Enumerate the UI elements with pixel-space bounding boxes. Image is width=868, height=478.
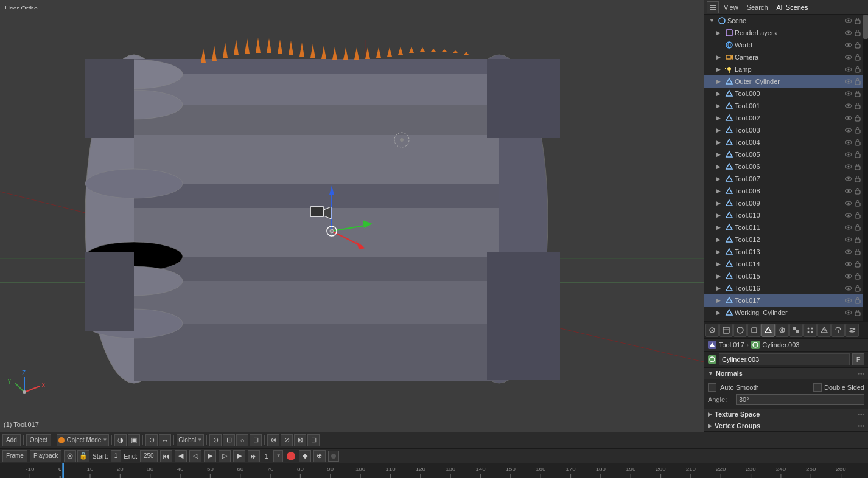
tree-restrict-btn-tool017[interactable] xyxy=(853,296,862,305)
tree-expand-tool002[interactable]: ▶ xyxy=(716,115,724,121)
solid-shade-btn[interactable]: ◑ xyxy=(114,434,127,446)
next-frame-btn[interactable]: ▶ xyxy=(233,450,245,462)
tree-item-tool003[interactable]: ▶Tool.003 xyxy=(704,124,863,136)
tree-restrict-btn-tool015[interactable] xyxy=(853,272,862,280)
tree-item-lamp[interactable]: ▶Lamp xyxy=(704,63,863,75)
keyframe-dot[interactable] xyxy=(287,452,295,460)
tree-item-tool001[interactable]: ▶Tool.001 xyxy=(704,100,863,112)
frame-label-btn[interactable]: Frame xyxy=(2,450,27,462)
tree-expand-tool013[interactable]: ▶ xyxy=(716,249,724,255)
play-btn[interactable]: ▶ xyxy=(204,450,216,462)
tree-visibility-btn-tool015[interactable] xyxy=(844,272,853,280)
timeline-ruler[interactable]: -10 0 10 20 30 40 50 60 70 80 xyxy=(0,463,868,478)
pivot-btn[interactable]: ⊙ xyxy=(209,434,222,446)
timeline-start-icon[interactable] xyxy=(64,450,76,462)
tree-visibility-btn-renderlayers[interactable] xyxy=(844,29,853,37)
tree-visibility-btn-tool013[interactable] xyxy=(844,248,853,256)
tree-restrict-btn-tool014[interactable] xyxy=(853,260,862,268)
tree-expand-tool014[interactable]: ▶ xyxy=(716,261,724,267)
jump-end-btn[interactable]: ⏭ xyxy=(248,450,260,462)
object-menu-btn[interactable]: Object xyxy=(26,434,51,446)
tree-expand-tool005[interactable]: ▶ xyxy=(716,151,724,158)
timeline-lock-btn[interactable]: 🔒 xyxy=(77,450,89,462)
wire-shade-btn[interactable]: ▣ xyxy=(128,434,140,446)
tree-expand-tool012[interactable]: ▶ xyxy=(716,237,724,243)
tree-restrict-btn-scene[interactable] xyxy=(853,16,862,25)
tree-visibility-btn-world[interactable] xyxy=(844,41,853,49)
tree-item-tool012[interactable]: ▶Tool.012 xyxy=(704,234,863,246)
tree-visibility-btn-tool001[interactable] xyxy=(844,102,853,110)
tree-item-tool000[interactable]: ▶Tool.000 xyxy=(704,88,863,100)
tree-visibility-btn-tool008[interactable] xyxy=(844,187,853,195)
tab-view[interactable]: View xyxy=(721,3,741,12)
tree-item-tool008[interactable]: ▶Tool.008 xyxy=(704,185,863,197)
tree-expand-tool011[interactable]: ▶ xyxy=(716,224,724,230)
angle-value[interactable]: 30° xyxy=(736,394,864,405)
tree-item-world[interactable]: World xyxy=(704,39,863,51)
global-local-btn[interactable]: ⊕ xyxy=(145,434,158,446)
tree-restrict-btn-lamp[interactable] xyxy=(853,65,862,74)
tree-item-tool016[interactable]: ▶Tool.016 xyxy=(704,282,863,294)
object-name-input[interactable] xyxy=(719,353,850,365)
tree-item-tool005[interactable]: ▶Tool.005 xyxy=(704,148,863,161)
tree-restrict-btn-tool003[interactable] xyxy=(853,126,862,134)
tree-item-scene[interactable]: ▼Scene xyxy=(704,15,863,27)
end-frame-value[interactable]: 250 xyxy=(140,450,158,462)
record-btn[interactable] xyxy=(328,451,339,462)
start-frame-value[interactable]: 1 xyxy=(111,450,122,462)
tree-restrict-btn-tool005[interactable] xyxy=(853,150,862,159)
prop-tab-texture[interactable] xyxy=(789,324,803,337)
outliner-scroll-container[interactable]: ▼Scene▶RenderLayersWorld▶Camera▶Lamp▶Out… xyxy=(704,15,863,321)
snap-btn[interactable]: ⊞ xyxy=(223,434,235,446)
tree-expand-scene[interactable]: ▼ xyxy=(709,18,716,24)
playback-label-btn[interactable]: Playback xyxy=(30,450,62,462)
tree-expand-outer_cylinder[interactable]: ▶ xyxy=(716,78,724,85)
tree-expand-renderlayers[interactable]: ▶ xyxy=(716,30,724,36)
tree-restrict-btn-tool006[interactable] xyxy=(853,162,862,171)
mirror-btn[interactable]: ⊟ xyxy=(307,434,320,446)
tree-restrict-btn-tool001[interactable] xyxy=(853,102,862,110)
tree-item-tool015[interactable]: ▶Tool.015 xyxy=(704,270,863,282)
tree-visibility-btn-tool009[interactable] xyxy=(844,199,853,207)
tree-item-tool004[interactable]: ▶Tool.004 xyxy=(704,136,863,148)
tree-visibility-btn-tool005[interactable] xyxy=(844,150,853,159)
global-dropdown[interactable]: Global ▼ xyxy=(177,434,204,446)
tree-expand-working_cylinder[interactable]: ▶ xyxy=(716,310,724,316)
jump-start-btn[interactable]: ⏮ xyxy=(160,450,172,462)
tree-expand-tool001[interactable]: ▶ xyxy=(716,103,724,109)
keyframe-type-btn[interactable]: ◆ xyxy=(299,450,311,462)
weight-btn[interactable]: ⊘ xyxy=(281,434,293,446)
tree-expand-tool010[interactable]: ▶ xyxy=(716,212,724,218)
tree-restrict-btn-tool016[interactable] xyxy=(853,284,862,293)
tree-restrict-btn-tool011[interactable] xyxy=(853,223,862,232)
snap2-btn[interactable]: ⊡ xyxy=(250,434,262,446)
tree-restrict-btn-tool007[interactable] xyxy=(853,175,862,183)
autokey-btn[interactable]: ⊕ xyxy=(313,450,326,462)
tree-expand-tool008[interactable]: ▶ xyxy=(716,188,724,194)
tree-expand-tool004[interactable]: ▶ xyxy=(716,139,724,145)
tree-restrict-btn-tool004[interactable] xyxy=(853,138,862,147)
tree-visibility-btn-tool010[interactable] xyxy=(844,211,853,220)
tree-expand-tool015[interactable]: ▶ xyxy=(716,273,724,279)
prop-tab-material[interactable] xyxy=(775,324,789,337)
next-keyframe-btn[interactable]: ▷ xyxy=(219,450,231,462)
tree-item-tool011[interactable]: ▶Tool.011 xyxy=(704,221,863,234)
tree-expand-tool006[interactable]: ▶ xyxy=(716,164,724,170)
prop-tab-render[interactable] xyxy=(705,324,719,337)
tree-visibility-btn-camera[interactable] xyxy=(844,53,853,61)
tree-restrict-btn-tool009[interactable] xyxy=(853,199,862,207)
prop-tab-scene[interactable] xyxy=(719,324,733,337)
texture2-btn[interactable]: ⊠ xyxy=(294,434,306,446)
prev-keyframe-btn[interactable]: ◁ xyxy=(189,450,201,462)
normal-size-btn[interactable]: ↔ xyxy=(159,434,171,446)
mode-dropdown[interactable]: Object Mode ▼ xyxy=(57,434,110,446)
double-sided-checkbox[interactable] xyxy=(813,383,822,392)
tree-restrict-btn-tool010[interactable] xyxy=(853,211,862,220)
tree-restrict-btn-renderlayers[interactable] xyxy=(853,29,862,37)
tree-visibility-btn-tool002[interactable] xyxy=(844,114,853,122)
tab-search[interactable]: Search xyxy=(744,3,771,12)
tree-restrict-btn-outer_cylinder[interactable] xyxy=(853,77,862,86)
tree-visibility-btn-working_cylinder[interactable] xyxy=(844,308,853,317)
tree-expand-tool007[interactable]: ▶ xyxy=(716,176,724,182)
outliner-icon-btn[interactable] xyxy=(707,1,719,13)
